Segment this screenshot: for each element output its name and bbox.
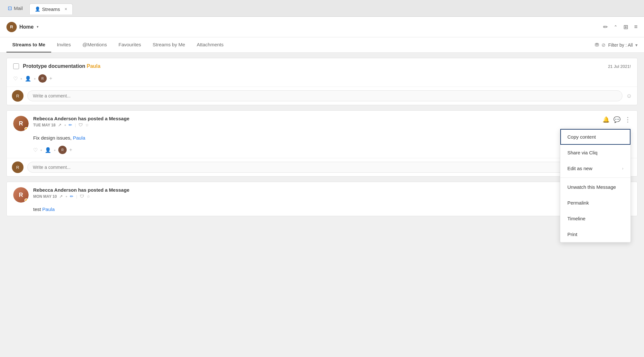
home-chevron-icon: ▾ [37,25,39,29]
chevron-right-icon: › [622,166,623,171]
author-meta-1: TUE MAY 18 ↗ ● ✏ | 🛡 ☆ [33,123,129,127]
message-date-2: MON MAY 10 [33,194,57,199]
stream-card-1-checkbox[interactable] [13,63,19,69]
dropdown-share-via-cliq[interactable]: Share via Cliq [560,145,630,160]
participant-avatar-2: R [58,146,67,154]
comment-input-2[interactable] [27,162,622,173]
stream-card-1: Prototype documentation Paula 21 Jul 202… [6,58,638,105]
stream-card-1-title-area: Prototype documentation Paula [13,63,100,69]
message-card-1: R Rebecca Anderson has posted a Message … [6,110,638,177]
tab-mail[interactable]: ⊡ Mail [3,3,28,14]
header-left: R Home ▾ [6,22,39,32]
nav-tabs-left: Streams to Me Invites @Mentions Favourit… [6,37,229,52]
tab-mail-label: Mail [14,5,23,11]
filter-chevron-icon: ▾ [635,42,638,48]
author-meta-2: MON MAY 10 ↗ ● ✏ | 🛡 ☆ [33,194,129,199]
header: R Home ▾ ✏ ⌃ ⊞ ≡ [0,17,644,37]
stream-card-1-date: 21 Jul 2021 [608,64,630,69]
stream-card-1-header: Prototype documentation Paula 21 Jul 202… [7,58,637,73]
online-indicator-2 [24,198,28,202]
mail-icon: ⊡ [8,5,12,11]
message-card-1-actions: 🔔 💬 ⋮ [602,116,631,124]
compose-icon[interactable]: ✏ [603,23,608,31]
dropdown-print[interactable]: Print [560,226,630,242]
tab-streams-label: Streams [42,6,60,12]
external-link-icon-2[interactable]: ↗ [59,194,63,199]
star-icon-2[interactable]: ☆ [87,194,90,199]
streams-tab-icon: 👤 [35,6,40,12]
dropdown-unwatch[interactable]: Unwatch this Message [560,179,630,195]
message-card-1-author-area: R Rebecca Anderson has posted a Message … [13,116,129,131]
comment-avatar-1: R [12,90,24,102]
tab-streams-to-me[interactable]: Streams to Me [6,37,51,52]
message-card-1-header: R Rebecca Anderson has posted a Message … [7,111,637,134]
chat-icon-1[interactable]: 💬 [613,116,620,123]
stream-card-1-urgent: ! [630,64,631,69]
stream-card-1-date-area: 21 Jul 2021 ! [608,64,631,69]
tab-close-button[interactable]: × [64,6,67,12]
filter-by-label[interactable]: Filter by : All [608,42,633,48]
dropdown-separator-1 [560,178,630,178]
shield-icon-2[interactable]: 🛡 [80,194,84,199]
author-avatar-2: R [13,187,29,203]
dropdown-copy-content[interactable]: Copy content [560,129,630,145]
message-card-2-author-area: R Rebecca Anderson has posted a Message … [13,187,129,203]
author-info-2: Rebecca Anderson has posted a Message MO… [33,187,129,199]
message-date-1: TUE MAY 18 [33,123,55,127]
author-avatar-1: R [13,116,29,131]
filter-icon[interactable]: ⛃ [595,42,599,48]
shield-icon-1[interactable]: 🛡 [79,123,83,127]
message-card-1-reaction-row: ♡ ● 👤 ● R + [7,144,637,158]
message-card-2: R Rebecca Anderson has posted a Message … [6,182,638,216]
stream-card-1-title: Prototype documentation Paula [23,63,100,69]
heart-icon[interactable]: ♡ [13,76,18,82]
tab-streams[interactable]: 👤 Streams × [29,4,73,14]
author-info-1: Rebecca Anderson has posted a Message TU… [33,116,129,127]
dropdown-menu: Copy content Share via Cliq Edit as new … [560,129,631,243]
emoji-icon-1[interactable]: ☺ [626,93,632,99]
collapse-icon[interactable]: ⌃ [614,24,618,30]
tab-attachments[interactable]: Attachments [191,37,229,52]
stream-card-1-mention: Paula [87,63,100,69]
comment-input-1[interactable] [27,90,622,101]
author-name-2: Rebecca Anderson has posted a Message [33,187,129,193]
message-card-2-header: R Rebecca Anderson has posted a Message … [7,182,637,205]
alarm-icon-1[interactable]: 🔔 [602,116,610,123]
dot-separator: ● [20,77,22,80]
add-person-button-2[interactable]: + [69,147,72,153]
tab-mentions[interactable]: @Mentions [77,37,113,52]
stream-card-1-actions: ♡ ● 👤 ● R + [7,73,637,87]
main-content: Prototype documentation Paula 21 Jul 202… [0,53,644,356]
tab-favourites[interactable]: Favourites [113,37,147,52]
participant-avatar-1: R [38,74,47,83]
edit-icon-1[interactable]: ✏ [69,123,72,127]
menu-icon[interactable]: ≡ [634,23,638,30]
heart-icon-2[interactable]: ♡ [33,147,38,153]
nav-tabs-right: ⛃ ⊘ Filter by : All ▾ [595,42,638,48]
tab-streams-by-me[interactable]: Streams by Me [147,37,191,52]
external-link-icon-1[interactable]: ↗ [58,123,62,127]
dropdown-timeline[interactable]: Timeline [560,211,630,226]
filter-clear-icon[interactable]: ⊘ [601,42,606,48]
edit-icon-2[interactable]: ✏ [70,194,73,199]
user-avatar: R [6,22,17,32]
person-icon[interactable]: 👤 [25,76,31,82]
dot-separator-2: ● [34,77,36,80]
message-body-2: test Paula [7,205,637,216]
more-options-button-1[interactable]: ⋮ [624,116,631,124]
message-card-1-comment-box: R ☺ [7,158,637,176]
tab-invites[interactable]: Invites [51,37,77,52]
star-icon-1[interactable]: ☆ [85,123,89,127]
message-body-1: Fix design issues, Paula [7,134,637,144]
comment-avatar-2: R [12,161,24,173]
home-button[interactable]: Home [19,24,33,30]
header-right: ✏ ⌃ ⊞ ≡ [603,23,638,31]
stream-card-1-comment-box: R ☺ [7,87,637,105]
add-person-button[interactable]: + [49,76,52,81]
grid-view-icon[interactable]: ⊞ [623,23,628,31]
dropdown-edit-as-new[interactable]: Edit as new › [560,160,630,176]
dropdown-permalink[interactable]: Permalink [560,195,630,211]
online-indicator-1 [24,127,28,131]
person-icon-2[interactable]: 👤 [45,147,51,153]
author-name-1: Rebecca Anderson has posted a Message [33,116,129,121]
